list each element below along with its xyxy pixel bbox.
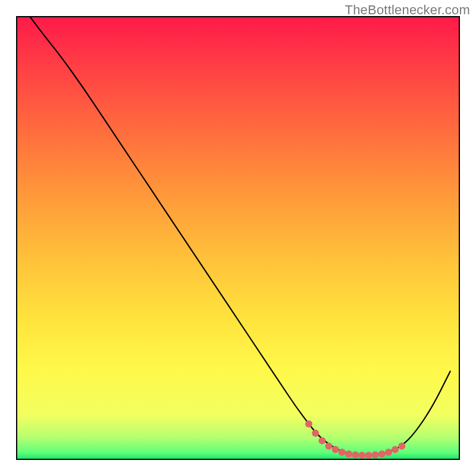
optimal-marker: [339, 449, 346, 456]
attribution-label: TheBottlenecker.com: [345, 2, 470, 18]
bottleneck-chart: [0, 0, 476, 476]
optimal-marker: [325, 443, 333, 450]
optimal-marker: [332, 446, 339, 453]
optimal-marker: [398, 443, 405, 450]
plot-background: [17, 17, 459, 459]
optimal-marker: [392, 446, 399, 453]
optimal-marker: [372, 452, 379, 459]
optimal-marker: [365, 452, 372, 459]
chart-container: TheBottlenecker.com: [0, 0, 476, 476]
optimal-marker: [352, 452, 359, 459]
optimal-marker: [312, 430, 319, 437]
optimal-marker: [378, 450, 386, 458]
optimal-marker: [358, 452, 365, 459]
optimal-marker: [385, 449, 392, 456]
optimal-marker: [345, 450, 352, 458]
optimal-marker: [318, 437, 325, 444]
optimal-marker: [305, 421, 312, 428]
